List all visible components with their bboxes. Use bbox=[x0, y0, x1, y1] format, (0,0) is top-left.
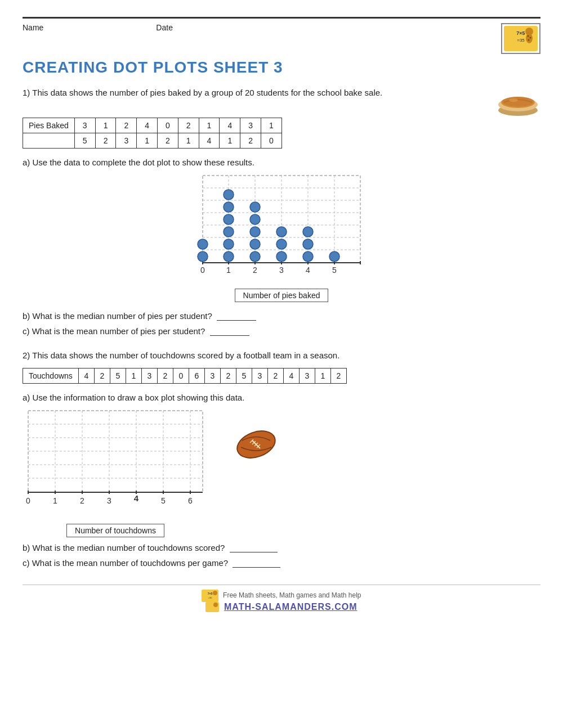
cell-r1c1: 3 bbox=[74, 118, 95, 133]
section2-sub-a: a) Use the information to draw a box plo… bbox=[23, 393, 540, 402]
svg-point-58 bbox=[329, 251, 339, 262]
cell-r2c1: 5 bbox=[74, 133, 95, 149]
td-c14: 4 bbox=[283, 368, 299, 383]
td-c11: 5 bbox=[236, 368, 252, 383]
svg-point-49 bbox=[250, 227, 260, 237]
td-c12: 3 bbox=[252, 368, 267, 383]
section2-mean-blank[interactable] bbox=[233, 567, 280, 568]
svg-point-45 bbox=[224, 202, 234, 212]
svg-text:7×5: 7×5 bbox=[516, 30, 525, 36]
svg-text:3: 3 bbox=[107, 496, 111, 505]
footer: 7×5 =35 Free Math sheets, Math games and… bbox=[23, 585, 540, 613]
td-c5: 3 bbox=[141, 368, 157, 383]
name-label: Name bbox=[23, 23, 43, 32]
svg-text:4: 4 bbox=[306, 266, 310, 275]
svg-point-41 bbox=[224, 251, 234, 262]
footer-logo-icon: 7×5 =35 bbox=[202, 590, 218, 602]
cell-r2c10: 0 bbox=[261, 133, 282, 149]
footer-tagline: 7×5 =35 Free Math sheets, Math games and… bbox=[23, 590, 540, 602]
table-row-2: 5 2 3 1 2 1 4 1 2 0 bbox=[23, 133, 282, 149]
svg-point-7 bbox=[528, 39, 530, 41]
svg-point-51 bbox=[250, 202, 260, 212]
svg-point-40 bbox=[198, 239, 208, 249]
svg-text:5: 5 bbox=[161, 496, 166, 505]
cell-r2c6: 1 bbox=[178, 133, 199, 149]
table-row-1: Pies Baked 3 1 2 4 0 2 1 4 3 1 bbox=[23, 118, 282, 133]
section1-axis-label: Number of pies baked bbox=[235, 289, 329, 302]
svg-point-50 bbox=[250, 214, 260, 224]
svg-point-39 bbox=[198, 251, 208, 262]
cell-r1c3: 2 bbox=[116, 118, 137, 133]
td-table-row: Touchdowns 4 2 5 1 3 2 0 6 3 2 5 3 2 4 3… bbox=[23, 368, 347, 383]
cell-r2c2: 2 bbox=[95, 133, 116, 149]
date-label: Date bbox=[156, 23, 173, 32]
section-2: 2) This data shows the number of touchdo… bbox=[23, 349, 540, 568]
svg-point-97 bbox=[213, 603, 218, 607]
dot-plot-svg: 0 1 2 3 4 5 bbox=[197, 173, 366, 285]
td-c1: 4 bbox=[78, 368, 94, 383]
pie-icon bbox=[495, 87, 540, 118]
section-1: 1) This data shows the number of pies ba… bbox=[23, 87, 540, 336]
svg-point-54 bbox=[276, 227, 287, 237]
cell-r1c7: 1 bbox=[199, 118, 220, 133]
svg-point-4 bbox=[526, 33, 533, 43]
td-c13: 2 bbox=[267, 368, 283, 383]
svg-text:4: 4 bbox=[134, 493, 139, 503]
section2-axis-label: Number of touchdowns bbox=[66, 524, 164, 537]
td-c2: 2 bbox=[94, 368, 110, 383]
table-label-cell: Pies Baked bbox=[23, 118, 75, 133]
svg-point-44 bbox=[224, 214, 234, 224]
page-title: CREATING DOT PLOTS SHEET 3 bbox=[23, 59, 540, 77]
cell-r1c9: 3 bbox=[240, 118, 261, 133]
cell-r2c9: 2 bbox=[240, 133, 261, 149]
dot-plot-container: 0 1 2 3 4 5 bbox=[23, 173, 540, 302]
box-plot-svg: 0 1 2 3 4 5 6 bbox=[23, 408, 208, 520]
td-c10: 2 bbox=[220, 368, 236, 383]
logo-icon: 7×5 =35 bbox=[504, 26, 538, 51]
svg-text:2: 2 bbox=[80, 496, 84, 505]
svg-point-5 bbox=[528, 35, 529, 37]
cell-r2c3: 3 bbox=[116, 133, 137, 149]
svg-point-95 bbox=[213, 591, 217, 595]
cell-r2c4: 1 bbox=[137, 133, 158, 149]
td-c15: 3 bbox=[299, 368, 315, 383]
svg-point-57 bbox=[303, 227, 313, 237]
football-icon bbox=[231, 425, 282, 464]
top-bar: Name Date 7×5 =35 bbox=[23, 17, 540, 54]
svg-point-42 bbox=[224, 239, 234, 249]
section1-data-table: Pies Baked 3 1 2 4 0 2 1 4 3 1 5 2 3 1 2… bbox=[23, 118, 282, 149]
svg-text:1: 1 bbox=[226, 266, 231, 275]
svg-point-6 bbox=[530, 37, 531, 39]
td-c3: 5 bbox=[110, 368, 126, 383]
section1-header: 1) This data shows the number of pies ba… bbox=[23, 87, 540, 118]
box-plot-wrapper: 0 1 2 3 4 5 6 Number of touchdowns bbox=[23, 408, 208, 537]
cell-r2c5: 2 bbox=[158, 133, 178, 149]
section1-median-blank[interactable] bbox=[217, 320, 256, 321]
svg-point-53 bbox=[276, 239, 287, 249]
svg-point-47 bbox=[250, 251, 260, 262]
td-c8: 6 bbox=[189, 368, 204, 383]
cell-r2c8: 1 bbox=[220, 133, 240, 149]
table-empty-cell bbox=[23, 133, 75, 149]
section2-sub-b: b) What is the median number of touchdow… bbox=[23, 543, 540, 552]
section1-sub-a: a) Use the data to complete the dot plot… bbox=[23, 158, 540, 167]
svg-text:0: 0 bbox=[26, 496, 30, 505]
td-c16: 1 bbox=[315, 368, 330, 383]
section1-mean-blank[interactable] bbox=[210, 335, 249, 336]
svg-text:=35: =35 bbox=[208, 596, 213, 599]
section2-sub-c: c) What is the mean number of touchdowns… bbox=[23, 558, 540, 568]
svg-point-52 bbox=[276, 251, 287, 262]
svg-point-48 bbox=[250, 239, 260, 249]
cell-r1c4: 4 bbox=[137, 118, 158, 133]
section1-sub-c: c) What is the mean number of pies per s… bbox=[23, 326, 540, 336]
name-date-labels: Name Date bbox=[23, 23, 173, 32]
cell-r2c7: 4 bbox=[199, 133, 220, 149]
logo-box: 7×5 =35 bbox=[501, 23, 540, 54]
svg-point-43 bbox=[224, 227, 234, 237]
dot-plot-wrapper: 0 1 2 3 4 5 bbox=[197, 173, 366, 302]
cell-r1c10: 1 bbox=[261, 118, 282, 133]
section1-sub-b: b) What is the median number of pies per… bbox=[23, 311, 540, 321]
td-c6: 2 bbox=[157, 368, 173, 383]
td-c17: 2 bbox=[330, 368, 346, 383]
section2-median-blank[interactable] bbox=[230, 552, 278, 552]
